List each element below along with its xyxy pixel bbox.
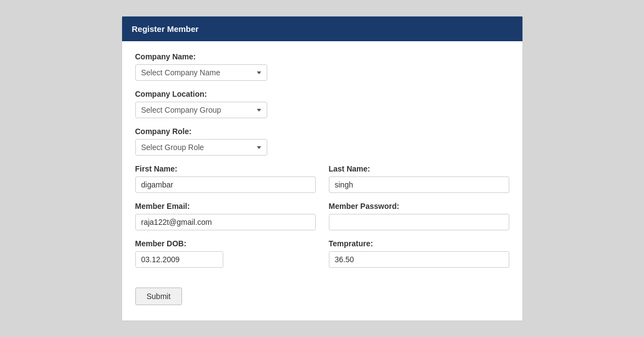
form-title: Register Member — [132, 24, 199, 34]
last-name-group: Last Name: — [329, 164, 509, 193]
password-input[interactable] — [329, 214, 509, 230]
email-label: Member Email: — [135, 202, 316, 211]
email-input[interactable] — [135, 214, 316, 230]
last-name-col: Last Name: — [329, 164, 509, 202]
password-col: Member Password: — [329, 202, 509, 239]
form-body: Company Name: Select Company Name Compan… — [122, 41, 522, 321]
temperature-label: Temprature: — [329, 239, 509, 248]
temperature-input[interactable] — [329, 251, 509, 268]
dob-input[interactable] — [135, 251, 223, 268]
first-name-input[interactable] — [135, 176, 316, 193]
last-name-label: Last Name: — [329, 164, 509, 173]
register-member-form: Register Member Company Name: Select Com… — [122, 16, 523, 321]
submit-button[interactable]: Submit — [135, 288, 183, 305]
dob-label: Member DOB: — [135, 239, 316, 248]
dob-col: Member DOB: — [135, 239, 316, 277]
dob-temp-row: Member DOB: Temprature: — [135, 239, 509, 277]
company-name-group: Company Name: Select Company Name — [135, 52, 509, 81]
company-role-group: Company Role: Select Group Role — [135, 127, 509, 156]
company-role-label: Company Role: — [135, 127, 509, 136]
email-password-row: Member Email: Member Password: — [135, 202, 509, 239]
password-group: Member Password: — [329, 202, 509, 230]
last-name-input[interactable] — [329, 176, 509, 193]
email-group: Member Email: — [135, 202, 316, 230]
email-col: Member Email: — [135, 202, 316, 239]
company-location-label: Company Location: — [135, 90, 509, 98]
first-name-group: First Name: — [135, 164, 316, 193]
dob-group: Member DOB: — [135, 239, 316, 268]
company-location-group: Company Location: Select Company Group — [135, 90, 509, 118]
company-role-select[interactable]: Select Group Role — [135, 139, 267, 156]
company-name-label: Company Name: — [135, 52, 509, 61]
first-name-label: First Name: — [135, 164, 316, 173]
name-row: First Name: Last Name: — [135, 164, 509, 202]
company-name-select[interactable]: Select Company Name — [135, 64, 267, 81]
company-location-select[interactable]: Select Company Group — [135, 102, 267, 118]
temperature-group: Temprature: — [329, 239, 509, 268]
password-label: Member Password: — [329, 202, 509, 211]
first-name-col: First Name: — [135, 164, 316, 202]
temperature-col: Temprature: — [329, 239, 509, 277]
form-header: Register Member — [122, 16, 522, 41]
